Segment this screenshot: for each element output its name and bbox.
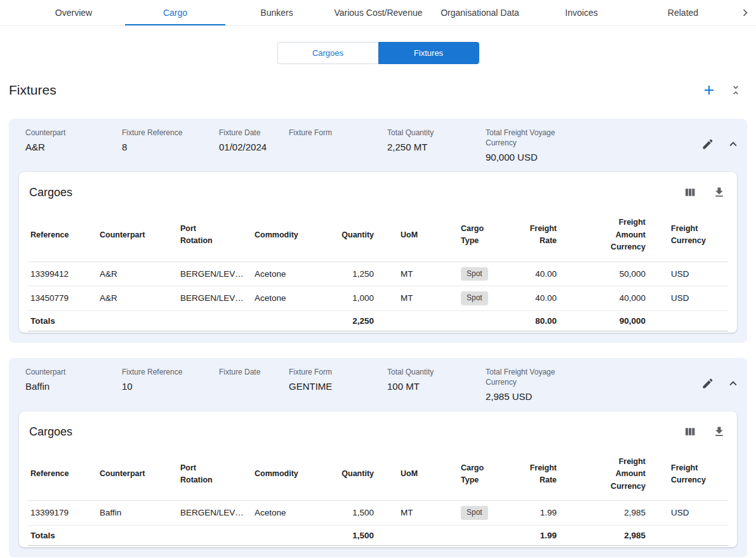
view-columns-icon	[684, 425, 696, 438]
cargoes-title: Cargoes	[29, 186, 72, 199]
nav-tab-overview[interactable]: Overview	[23, 0, 124, 25]
cargoes-header: Cargoes	[28, 419, 728, 448]
nav-tab-organisational-data[interactable]: Organisational Data	[429, 0, 531, 25]
field-value: Baffin	[25, 381, 116, 392]
column-settings-button[interactable]	[682, 424, 698, 439]
field-counterpart: Counterpart A&R	[25, 128, 122, 163]
field-label: Total Quantity	[387, 367, 465, 377]
add-fixture-button[interactable]	[701, 83, 717, 98]
edit-fixture-button[interactable]	[700, 136, 715, 152]
cargo-type-badge: Spot	[461, 267, 488, 281]
field-value: 10	[122, 381, 213, 392]
cell-uom: MT	[380, 262, 460, 286]
field-label: Fixture Reference	[122, 367, 199, 377]
column-header-cargo-type: Cargo Type	[460, 209, 507, 262]
totals-freight-rate: 80.00	[507, 310, 563, 331]
cell-freight-rate: 1.99	[507, 501, 563, 526]
view-toggle: Cargoes Fixtures	[0, 42, 756, 64]
table-row[interactable]: 13399412 A&R BERGEN/LEV… Acetone 1,250 M…	[28, 262, 728, 286]
column-header-port-rotation: Port Rotation	[180, 209, 255, 262]
cell-quantity: 1,500	[337, 501, 380, 526]
collapse-all-button[interactable]	[728, 83, 743, 98]
cell-quantity: 1,000	[337, 286, 380, 311]
nav-tab-invoices[interactable]: Invoices	[531, 0, 632, 25]
column-header-freight-currency: Freight Currency	[652, 448, 728, 501]
nav-tab-cargo[interactable]: Cargo	[124, 0, 226, 25]
cell-uom: MT	[380, 501, 460, 526]
cell-commodity: Acetone	[255, 262, 337, 286]
cell-freight-currency: USD	[652, 501, 728, 526]
nav-tab-related[interactable]: Related	[632, 0, 734, 25]
field-fixture-date: Fixture Date 01/02/2024	[219, 128, 289, 163]
totals-row: Totals 1,500 1.99 2,985	[28, 525, 728, 545]
nav-tab-various-cost-revenue[interactable]: Various Cost/Revenue	[328, 0, 429, 25]
nav-tab-bunkers[interactable]: Bunkers	[226, 0, 328, 25]
cell-port-rotation: BERGEN/LEV…	[180, 286, 255, 311]
top-navigation: Overview Cargo Bunkers Various Cost/Reve…	[0, 0, 756, 26]
cell-counterpart: Baffin	[100, 501, 180, 526]
cargoes-table: Reference Counterpart Port Rotation Comm…	[28, 209, 728, 331]
cell-commodity: Acetone	[255, 286, 337, 311]
nav-scroll-right-button[interactable]	[734, 0, 756, 25]
cell-freight-amount: 40,000	[563, 286, 652, 311]
page-title: Fixtures	[9, 83, 56, 98]
fixture-header: Counterpart Baffin Fixture Reference 10 …	[19, 367, 737, 411]
field-value	[289, 142, 381, 153]
view-columns-icon	[684, 186, 696, 199]
column-header-counterpart: Counterpart	[100, 209, 180, 262]
cell-uom: MT	[380, 286, 460, 311]
cargoes-header: Cargoes	[28, 180, 728, 209]
pencil-icon	[701, 138, 714, 150]
cell-freight-amount: 2,985	[563, 501, 652, 526]
fixture-actions	[700, 376, 741, 391]
download-icon	[713, 186, 726, 199]
pencil-icon	[701, 377, 714, 390]
cell-freight-currency: USD	[652, 286, 728, 311]
table-row[interactable]: 13399179 Baffin BERGEN/LEV… Acetone 1,50…	[28, 501, 728, 526]
cell-freight-currency: USD	[652, 262, 728, 286]
field-value: 2,250 MT	[387, 142, 479, 153]
collapse-fixture-button[interactable]	[726, 376, 741, 391]
download-button[interactable]	[712, 185, 727, 200]
download-button[interactable]	[712, 424, 727, 439]
column-header-cargo-type: Cargo Type	[460, 448, 507, 501]
edit-fixture-button[interactable]	[700, 376, 715, 391]
field-total-quantity: Total Quantity 2,250 MT	[387, 128, 486, 163]
download-icon	[713, 425, 726, 438]
totals-freight-amount: 90,000	[563, 310, 652, 331]
field-value: 01/02/2024	[219, 142, 282, 153]
field-label: Total Freight Voyage Currency	[486, 367, 563, 387]
totals-label: Totals	[28, 310, 100, 331]
field-value: 2,985 USD	[486, 391, 600, 402]
totals-freight-amount: 2,985	[563, 525, 652, 545]
column-header-port-rotation: Port Rotation	[180, 448, 255, 501]
collapse-fixture-button[interactable]	[726, 136, 741, 152]
toggle-fixtures-button[interactable]: Fixtures	[378, 42, 479, 64]
field-total-freight: Total Freight Voyage Currency 2,985 USD	[486, 367, 606, 402]
table-row[interactable]: 13450779 A&R BERGEN/LEV… Acetone 1,000 M…	[28, 286, 728, 311]
field-value: 90,000 USD	[486, 152, 600, 163]
column-settings-button[interactable]	[682, 185, 698, 200]
totals-freight-rate: 1.99	[507, 525, 563, 545]
cargoes-table: Reference Counterpart Port Rotation Comm…	[28, 448, 728, 546]
toggle-cargoes-button[interactable]: Cargoes	[277, 42, 378, 64]
cell-cargo-type: Spot	[460, 286, 507, 311]
plus-icon	[701, 83, 717, 98]
field-total-quantity: Total Quantity 100 MT	[387, 367, 486, 402]
column-header-commodity: Commodity	[255, 209, 337, 262]
field-label: Total Freight Voyage Currency	[486, 128, 563, 148]
cell-freight-rate: 40.00	[507, 262, 563, 286]
cell-quantity: 1,250	[337, 262, 380, 286]
field-value: 8	[122, 142, 213, 153]
field-fixture-form: Fixture Form GENTIME	[289, 367, 387, 402]
field-value: 100 MT	[387, 381, 479, 392]
column-header-reference: Reference	[28, 209, 100, 262]
column-header-commodity: Commodity	[255, 448, 337, 501]
column-header-quantity: Quantity	[337, 448, 380, 501]
fixture-card: Counterpart A&R Fixture Reference 8 Fixt…	[9, 119, 747, 343]
totals-row: Totals 2,250 80.00 90,000	[28, 310, 728, 331]
page-actions	[701, 83, 743, 98]
cell-reference: 13399412	[28, 262, 100, 286]
cell-cargo-type: Spot	[460, 501, 507, 526]
page-header: Fixtures	[0, 81, 756, 100]
